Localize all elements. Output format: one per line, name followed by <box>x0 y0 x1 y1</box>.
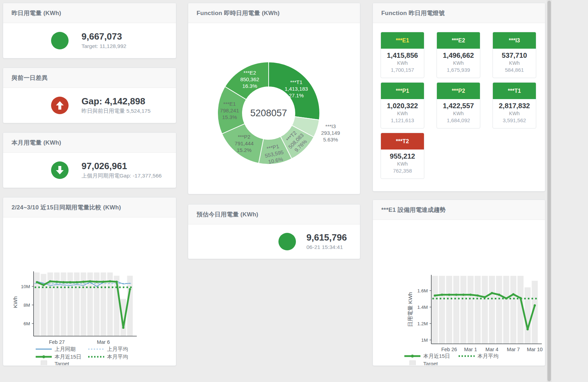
card-body: 97,026,961 上個月同期用電Gap: -17,377,566 <box>3 152 176 188</box>
card-title: 與前一日差異 <box>3 68 176 88</box>
kpi-timestamp: 06-21 15:34:41 <box>306 243 347 251</box>
target-bar <box>496 276 502 344</box>
card-15day-compare-chart: 2/24~3/10 近15日同期用電量比較 (KWh) 6M8M10MKWhFe… <box>3 197 176 366</box>
chart-text: Mar 6 <box>97 339 110 345</box>
series-point <box>498 294 500 296</box>
series-point <box>491 292 493 294</box>
card-title: 2/24~3/10 近15日同期用電量比較 (KWh) <box>3 197 176 217</box>
chart-text: 1.6M <box>417 288 428 293</box>
kpi-text: 9,615,796 06-21 15:34:41 <box>306 232 347 251</box>
legend-item[interactable]: Target <box>41 361 70 365</box>
target-bar <box>460 276 466 344</box>
status-tile: ***I3537,710KWh584,861 <box>493 32 536 78</box>
series-point <box>448 294 450 296</box>
tile-target-value: 762,358 <box>381 168 424 174</box>
chart-text: 10M <box>21 284 30 289</box>
tile-value: 537,710 <box>493 51 536 60</box>
legend-label: 本月近15日 <box>423 353 450 359</box>
target-bar <box>482 276 488 344</box>
status-tile: ***T12,817,832KWh3,591,562 <box>493 82 536 129</box>
kpi-subtitle: 上個月同期用電Gap: -17,377,566 <box>82 172 162 180</box>
status-circle-green <box>278 233 296 250</box>
chart-text: 5208057 <box>250 108 287 118</box>
legend-item[interactable]: 上月同期 <box>36 346 76 352</box>
target-bar <box>525 287 531 344</box>
target-bar <box>439 276 445 344</box>
legend-marker-dot <box>411 355 414 357</box>
card-yesterday-status-lights: Function 昨日用電燈號 ***E11,415,856KWh1,700,1… <box>373 3 545 192</box>
kpi-value: 9,667,073 <box>82 31 126 42</box>
chart-text: Mar 7 <box>507 347 520 352</box>
chart-text: Feb 27 <box>49 339 65 345</box>
card-title: ***E1 設備用電達成趨勢 <box>373 200 545 220</box>
legend-item[interactable]: 上月平均 <box>88 346 128 352</box>
e1-trend-line-chart[interactable]: 1M1.2M1.4M1.6M日用電量 KWhFeb 26Mar 1Mar 4Ma… <box>373 220 544 365</box>
target-bar <box>127 276 133 336</box>
kpi-value: 9,615,796 <box>306 232 347 243</box>
card-title: 昨日用電量 (KWh) <box>3 3 176 23</box>
series-point <box>49 280 51 282</box>
series-point <box>89 280 91 282</box>
chart-text: Mar 1 <box>464 347 477 352</box>
kpi-value: Gap: 4,142,898 <box>82 96 150 107</box>
series-point <box>62 281 64 283</box>
card-title: Function 昨日用電燈號 <box>373 3 545 23</box>
card-realtime-donut: Function 即時日用電量 (KWh) ***T11,413,18327.1… <box>188 3 360 194</box>
tile-unit: KWh <box>493 111 536 116</box>
tile-target-value: 584,861 <box>493 67 536 73</box>
legend-marker <box>410 361 416 365</box>
target-bar <box>446 276 452 344</box>
series-point <box>56 281 58 283</box>
legend-item[interactable]: 本月平均 <box>88 354 128 360</box>
tile-header-label: ***E2 <box>437 32 480 49</box>
series-point <box>95 281 98 283</box>
tile-unit: KWh <box>381 60 424 66</box>
legend-label: 本月近15日 <box>55 354 82 360</box>
up-arrow-icon <box>56 101 64 110</box>
legend-item[interactable]: 本月平均 <box>459 353 498 359</box>
legend-item[interactable]: 本月近15日 <box>404 353 450 359</box>
donut-slice-label: ***I3293,1495.63% <box>321 123 340 143</box>
series-point <box>109 280 111 282</box>
series-point <box>69 281 71 283</box>
tile-header-label: ***P1 <box>381 83 424 99</box>
status-tile: ***E11,415,856KWh1,700,157 <box>381 32 424 78</box>
scrollbar[interactable] <box>547 0 552 382</box>
card-body: 9,615,796 06-21 15:34:41 <box>188 224 360 259</box>
chart-text: 1.2M <box>417 321 428 326</box>
legend-marker-dot <box>42 355 45 358</box>
realtime-usage-donut-chart[interactable]: ***T11,413,18327.1%***I3293,1495.63%***T… <box>188 26 359 194</box>
legend-label: 上月平均 <box>107 346 128 352</box>
status-circle-green <box>51 161 69 179</box>
status-tile: ***P11,020,322KWh1,121,613 <box>381 82 424 129</box>
tile-header-label: ***E1 <box>381 32 424 49</box>
card-yesterday-usage: 昨日用電量 (KWh) 9,667,073 Target: 11,128,992 <box>3 3 176 58</box>
series-point <box>42 284 44 286</box>
legend-marker <box>41 361 47 365</box>
tile-header-label: ***I3 <box>493 32 536 49</box>
status-circle-red <box>51 97 69 114</box>
status-circle-green <box>51 32 69 49</box>
card-e1-trend-chart: ***E1 設備用電達成趨勢 1M1.2M1.4M1.6M日用電量 KWhFeb… <box>373 200 545 366</box>
tile-header-label: ***T2 <box>381 133 424 150</box>
y-axis-label: KWh <box>12 296 18 308</box>
target-bar <box>468 276 474 344</box>
tile-value: 1,496,662 <box>437 51 480 60</box>
series-point <box>441 294 443 296</box>
series-point <box>462 294 465 296</box>
series-point <box>102 281 104 283</box>
chart-text: 8M <box>23 303 30 308</box>
legend-item[interactable]: Target <box>410 361 438 365</box>
target-bar <box>503 276 509 344</box>
legend-item[interactable]: 本月近15日 <box>36 354 82 360</box>
series-point <box>434 294 436 297</box>
tile-unit: KWh <box>381 111 424 116</box>
target-bar <box>510 276 516 344</box>
legend-label: 本月平均 <box>477 353 498 359</box>
compare-line-chart[interactable]: 6M8M10MKWhFeb 27Mar 6上月同期上月平均本月近15日本月平均T… <box>3 217 175 365</box>
tile-value: 1,422,557 <box>437 102 480 110</box>
kpi-text: 97,026,961 上個月同期用電Gap: -17,377,566 <box>82 161 162 180</box>
tile-unit: KWh <box>493 60 536 66</box>
kpi-text: Gap: 4,142,898 昨日與前日用電量 5,524,175 <box>82 96 150 115</box>
scrollbar-thumb[interactable] <box>547 1 551 381</box>
